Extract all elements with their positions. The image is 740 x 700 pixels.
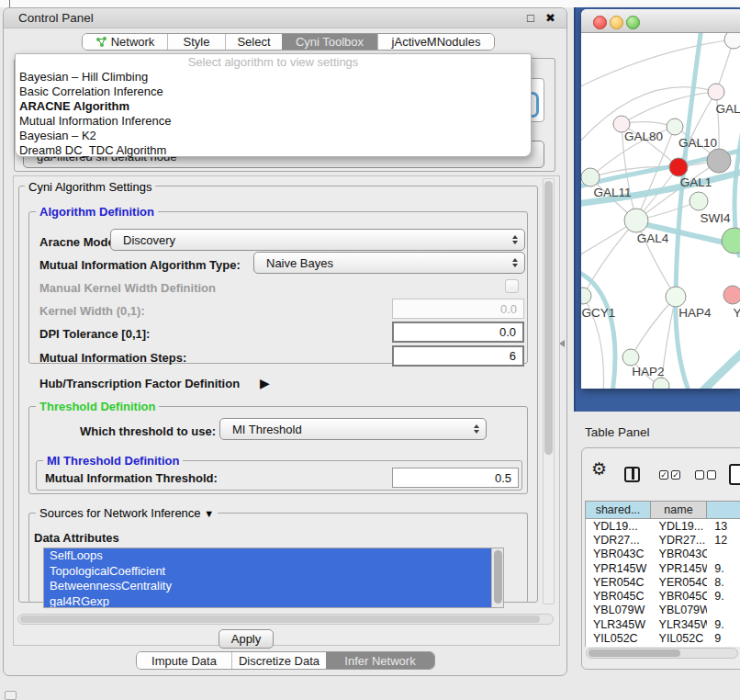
- network-node[interactable]: [722, 228, 740, 254]
- settings-hscrollbar[interactable]: [17, 614, 554, 625]
- tab-label: Infer Network: [344, 654, 415, 668]
- aracne-mode-combo[interactable]: Discovery: [110, 229, 525, 251]
- table-hscrollbar[interactable]: [586, 648, 738, 659]
- settings-hscroll-thumb[interactable]: [20, 615, 540, 623]
- algorithm-option[interactable]: Bayesian – K2: [16, 129, 531, 143]
- data-attribute-item[interactable]: BetweennessCentrality: [44, 579, 503, 594]
- table-row[interactable]: YDL19...YDL19...13: [586, 519, 740, 533]
- table-row[interactable]: YIL052CYIL052C9: [586, 631, 740, 645]
- settings-vscrollbar[interactable]: [543, 178, 555, 604]
- table-settings-gear-icon[interactable]: ⚙: [591, 460, 607, 478]
- table-cell: 9.: [707, 590, 740, 603]
- column-layout-icon[interactable]: [624, 467, 640, 482]
- float-panel-icon[interactable]: □: [527, 11, 534, 25]
- network-node-gal1[interactable]: [669, 158, 688, 176]
- column-header[interactable]: name: [651, 501, 707, 519]
- settings-vscroll-thumb[interactable]: [544, 181, 553, 455]
- sources-collapse-icon[interactable]: ▼: [204, 508, 214, 519]
- table-cell: 9.: [707, 618, 740, 631]
- network-node-label: Y: [733, 306, 740, 320]
- column-header[interactable]: shared...: [585, 501, 651, 519]
- select-all-columns-icon[interactable]: ✓✓: [659, 470, 680, 480]
- table-row[interactable]: YPR145WYPR145W9.: [586, 561, 740, 575]
- table-row[interactable]: YBR043CYBR043C: [586, 548, 740, 561]
- dpi-field[interactable]: 0.0: [392, 322, 524, 343]
- resize-grip[interactable]: [5, 691, 17, 700]
- table-row[interactable]: YBR045CYBR045C9.: [586, 589, 740, 603]
- data-attribute-item[interactable]: TopologicalCoefficient: [44, 564, 503, 580]
- close-window-icon[interactable]: [593, 16, 607, 29]
- network-edge[interactable]: [583, 220, 636, 296]
- table-cell: YBR045C: [652, 590, 708, 603]
- minimize-window-icon[interactable]: [610, 16, 623, 29]
- network-edge[interactable]: [581, 40, 734, 88]
- table-cell: YBR045C: [586, 590, 652, 603]
- algorithm-option[interactable]: Basic Correlation Inference: [16, 85, 531, 99]
- which-threshold-combo[interactable]: MI Threshold: [219, 418, 487, 440]
- table-row[interactable]: YLR345WYLR345W9.: [586, 617, 740, 631]
- tab-cyni-toolbox[interactable]: Cyni Toolbox: [282, 34, 377, 50]
- data-attribute-item[interactable]: gal4RGexp: [44, 594, 503, 609]
- tab-infer-network[interactable]: Infer Network: [326, 652, 434, 669]
- network-canvas[interactable]: GAL80GALGAL10GAL1GAL11SWI4GAL4GCY1HAP4YH…: [581, 33, 740, 389]
- table-cell: YIL052C: [586, 632, 652, 645]
- network-node[interactable]: [724, 33, 740, 49]
- table-cell: YLR345W: [652, 618, 708, 631]
- table-row[interactable]: YDR27...YDR27...12: [586, 533, 740, 547]
- network-node-hap2[interactable]: [622, 349, 639, 366]
- steps-field[interactable]: 6: [392, 345, 524, 367]
- table-cell: YBL079W: [586, 604, 652, 616]
- steps-value: 6: [510, 349, 516, 363]
- apply-button[interactable]: Apply: [219, 629, 274, 649]
- network-node-gal10[interactable]: [667, 119, 683, 135]
- network-node[interactable]: [653, 378, 669, 389]
- network-node-gal[interactable]: [708, 84, 724, 100]
- aracne-mode-value: Discovery: [123, 233, 175, 247]
- tab-impute-data[interactable]: Impute Data: [137, 652, 231, 669]
- network-graph[interactable]: GAL80GALGAL10GAL1GAL11SWI4GAL4GCY1HAP4YH…: [581, 33, 740, 389]
- stepper-arrows-icon: [512, 235, 518, 244]
- hub-expand-icon[interactable]: ▶: [260, 376, 270, 390]
- network-node-gal11[interactable]: [581, 168, 600, 186]
- attr-list-vscrollbar[interactable]: [491, 548, 503, 607]
- network-node-y[interactable]: [723, 286, 740, 304]
- deselect-all-columns-icon[interactable]: [695, 470, 716, 480]
- tab-discretize-data[interactable]: Discretize Data: [231, 652, 326, 669]
- network-edge[interactable]: [622, 92, 716, 124]
- algorithm-option[interactable]: Mutual Information Inference: [16, 114, 531, 129]
- mi-threshold-field[interactable]: 0.5: [392, 468, 519, 488]
- manual-kernel-checkbox[interactable]: [505, 279, 519, 293]
- table-cell: 13: [707, 520, 740, 533]
- table-cell: 12: [707, 534, 740, 547]
- export-table-icon[interactable]: [729, 464, 740, 485]
- algorithm-option[interactable]: Dream8 DC_TDC Algorithm: [16, 143, 531, 158]
- hub-section-label[interactable]: Hub/Transcription Factor Definition: [39, 377, 240, 390]
- sources-title[interactable]: Sources for Network Inference ▼: [36, 506, 218, 520]
- data-attribute-item[interactable]: SelfLoops: [44, 548, 503, 564]
- network-window-titlebar[interactable]: [581, 9, 740, 33]
- network-node-gcy1[interactable]: [581, 288, 591, 304]
- tab-jactivemnodules[interactable]: jActiveMNodules: [377, 34, 494, 50]
- close-panel-icon[interactable]: ✖: [545, 11, 555, 25]
- algorithm-option[interactable]: Bayesian – Hill Climbing: [16, 70, 531, 85]
- apply-button-label: Apply: [231, 632, 262, 646]
- control-panel: Control Panel □ ✖ NetworkStyleSelectCyni…: [3, 7, 567, 676]
- network-node[interactable]: [707, 149, 731, 173]
- mi-type-combo[interactable]: Naive Bayes: [253, 252, 525, 274]
- network-node-hap4[interactable]: [666, 287, 686, 307]
- tab-network[interactable]: Network: [83, 34, 167, 50]
- stepper-arrows-icon: [474, 424, 479, 434]
- tab-style[interactable]: Style: [167, 34, 225, 50]
- algorithm-option[interactable]: ARACNE Algorithm: [16, 99, 531, 114]
- network-edge-highlighted[interactable]: [699, 349, 740, 389]
- tab-select[interactable]: Select: [225, 34, 282, 50]
- zoom-window-icon[interactable]: [626, 16, 640, 29]
- data-attributes-list[interactable]: SelfLoopsTopologicalCoefficientBetweenne…: [43, 548, 504, 608]
- network-node-gal4[interactable]: [624, 209, 648, 232]
- attr-list-vscroll-thumb[interactable]: [494, 550, 502, 604]
- table-row[interactable]: YER054CYER054C8.: [586, 575, 740, 589]
- column-header[interactable]: [707, 501, 740, 519]
- table-hscroll-thumb[interactable]: [589, 649, 680, 657]
- table-row[interactable]: YBL079WYBL079W: [586, 604, 740, 617]
- network-node-swi4[interactable]: [690, 192, 708, 210]
